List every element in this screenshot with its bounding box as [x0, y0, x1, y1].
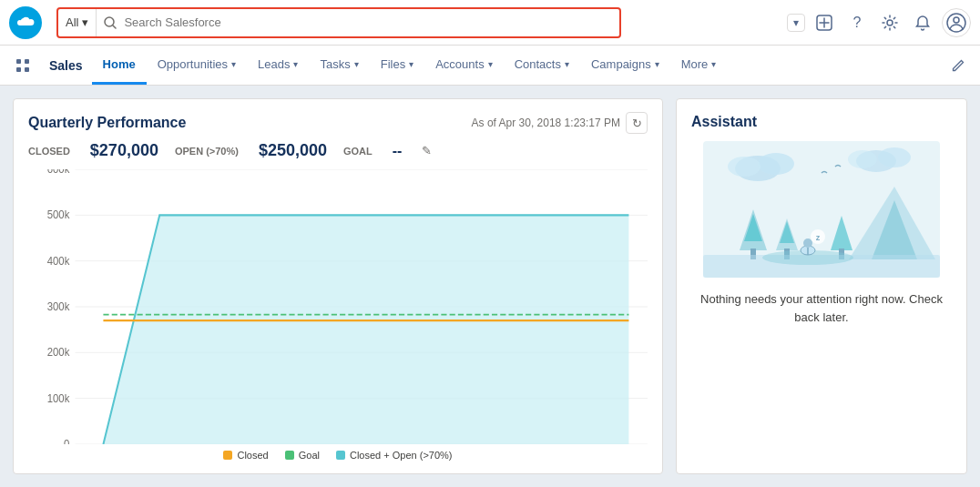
nav-item-campaigns[interactable]: Campaigns ▾ — [580, 46, 670, 85]
svg-marker-29 — [103, 215, 628, 444]
search-bar: All ▾ — [56, 7, 621, 38]
legend-goal-label: Goal — [299, 450, 320, 461]
assistant-illustration: z — [703, 141, 940, 278]
svg-text:200k: 200k — [47, 346, 70, 358]
refresh-button[interactable]: ↻ — [626, 112, 648, 134]
nav-edit-icon[interactable] — [942, 46, 975, 85]
open-label: OPEN (>70%) — [175, 146, 239, 157]
svg-rect-10 — [16, 67, 21, 72]
legend-goal: Goal — [285, 450, 320, 461]
nav-item-more[interactable]: More ▾ — [670, 46, 728, 85]
chevron-down-icon: ▾ — [711, 59, 716, 69]
legend-closed-open: Closed + Open (>70%) — [336, 450, 453, 461]
svg-rect-8 — [16, 59, 21, 64]
settings-button[interactable] — [876, 9, 903, 36]
svg-text:400k: 400k — [47, 254, 70, 266]
header-actions: ▾ ? — [780, 8, 971, 37]
svg-text:600k: 600k — [47, 169, 70, 175]
chart-timestamp: As of Apr 30, 2018 1:23:17 PM ↻ — [472, 112, 648, 134]
add-button[interactable] — [811, 9, 838, 36]
svg-point-7 — [954, 17, 959, 23]
chart-card: Quarterly Performance As of Apr 30, 2018… — [13, 98, 663, 474]
search-scope-label: All — [66, 15, 78, 29]
svg-point-52 — [803, 238, 812, 248]
svg-point-34 — [758, 153, 794, 175]
closed-value: $270,000 — [90, 141, 158, 160]
chart-legend: Closed Goal Closed + Open (>70%) — [28, 450, 648, 461]
svg-text:0: 0 — [64, 438, 69, 444]
nav-item-opportunities[interactable]: Opportunities ▾ — [147, 46, 247, 85]
chevron-down-icon: ▾ — [354, 59, 359, 69]
search-scope-chevron-icon: ▾ — [82, 15, 88, 29]
app-header: All ▾ ▾ ? — [0, 0, 980, 46]
svg-point-38 — [848, 150, 877, 168]
chevron-down-icon: ▾ — [409, 59, 413, 69]
assistant-card: Assistant — [676, 98, 967, 474]
svg-point-35 — [728, 157, 761, 177]
user-avatar[interactable] — [942, 8, 971, 37]
chevron-down-icon: ▾ — [293, 59, 298, 69]
chart-area: 600k 500k 400k 300k 200k 100k 0 Apr May … — [28, 169, 648, 444]
svg-point-5 — [887, 20, 893, 25]
svg-rect-9 — [25, 59, 29, 64]
nav-item-accounts[interactable]: Accounts ▾ — [424, 46, 503, 85]
chevron-down-icon: ▾ — [488, 59, 493, 69]
legend-closed-dot — [223, 451, 232, 460]
legend-goal-dot — [285, 451, 294, 460]
chevron-down-icon: ▾ — [655, 59, 659, 69]
legend-closed-open-dot — [336, 451, 345, 460]
apps-icon[interactable] — [5, 46, 40, 85]
search-input[interactable] — [124, 15, 619, 29]
chart-stats: CLOSED $270,000 OPEN (>70%) $250,000 GOA… — [28, 141, 648, 160]
svg-text:z: z — [816, 233, 821, 242]
assistant-title: Assistant — [691, 114, 757, 130]
goal-edit-icon[interactable]: ✎ — [422, 144, 432, 157]
nav-item-tasks[interactable]: Tasks ▾ — [309, 46, 369, 85]
legend-closed: Closed — [223, 450, 268, 461]
svg-rect-11 — [25, 67, 29, 72]
main-content: Quarterly Performance As of Apr 30, 2018… — [0, 86, 980, 487]
legend-closed-open-label: Closed + Open (>70%) — [350, 450, 453, 461]
chart-header: Quarterly Performance As of Apr 30, 2018… — [28, 112, 648, 134]
svg-point-37 — [878, 147, 911, 167]
header-dropdown-button[interactable]: ▾ — [787, 14, 805, 32]
nav-app-name[interactable]: Sales — [40, 46, 92, 85]
svg-text:100k: 100k — [47, 391, 70, 403]
chevron-down-icon: ▾ — [565, 59, 569, 69]
svg-line-1 — [113, 25, 116, 28]
search-scope-dropdown[interactable]: All ▾ — [58, 9, 97, 36]
chevron-down-icon: ▾ — [231, 59, 236, 69]
nav-item-home[interactable]: Home — [92, 46, 147, 85]
svg-text:500k: 500k — [47, 208, 70, 220]
nav-item-leads[interactable]: Leads ▾ — [247, 46, 309, 85]
goal-label: GOAL — [343, 146, 373, 157]
closed-label: CLOSED — [28, 146, 70, 157]
help-button[interactable]: ? — [843, 9, 871, 36]
assistant-message: Nothing needs your attention right now. … — [691, 290, 952, 326]
nav-item-contacts[interactable]: Contacts ▾ — [504, 46, 580, 85]
salesforce-logo — [9, 6, 42, 39]
chart-title: Quarterly Performance — [28, 115, 186, 131]
legend-closed-label: Closed — [237, 450, 268, 461]
nav-item-files[interactable]: Files ▾ — [370, 46, 424, 85]
nav-bar: Sales Home Opportunities ▾ Leads ▾ Tasks… — [0, 46, 980, 86]
search-icon — [97, 16, 124, 29]
svg-text:300k: 300k — [47, 300, 70, 312]
open-value: $250,000 — [259, 141, 327, 160]
goal-value: -- — [393, 143, 403, 159]
notifications-button[interactable] — [909, 9, 936, 36]
